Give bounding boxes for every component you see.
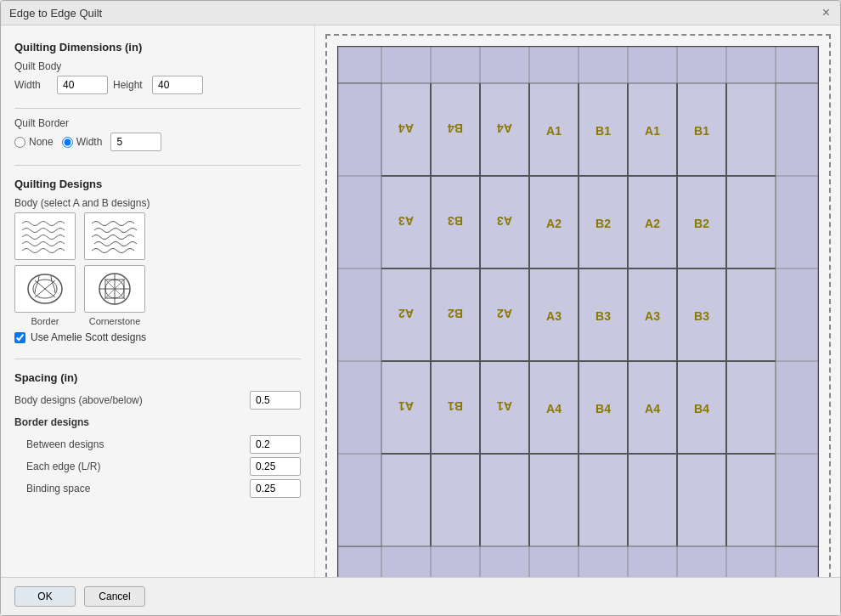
svg-text:A3: A3: [546, 309, 562, 323]
cornerstone-design-label: Cornerstone: [89, 316, 141, 326]
spacing-table: Body designs (above/below) Border design…: [14, 391, 301, 498]
between-designs-input[interactable]: [250, 435, 301, 454]
quilting-dimensions-title: Quilting Dimensions (in): [14, 41, 301, 54]
height-label: Height: [113, 79, 147, 91]
svg-text:A4: A4: [496, 122, 511, 135]
title-bar: Edge to Edge Quilt ×: [1, 1, 840, 25]
amelie-checkbox-row: Use Amelie Scott designs: [14, 331, 301, 343]
svg-text:B4: B4: [595, 402, 611, 415]
svg-text:A3: A3: [645, 309, 660, 323]
dialog-title: Edge to Edge Quilt: [9, 7, 102, 20]
ok-button[interactable]: OK: [14, 586, 76, 607]
spacing-title: Spacing (in): [14, 371, 301, 384]
quilt-svg: A4 B4 A4 A1 B1 A1 B1 A3 B3 A3 A2: [337, 46, 819, 577]
svg-text:A1: A1: [496, 399, 511, 413]
height-input[interactable]: [152, 76, 203, 94]
svg-text:A2: A2: [496, 307, 511, 320]
svg-text:A3: A3: [398, 214, 413, 228]
binding-space-label: Binding space: [26, 483, 245, 494]
body-designs-spacing-input[interactable]: [250, 391, 301, 410]
between-designs-label: Between designs: [26, 438, 245, 450]
quilting-designs-title: Quilting Designs: [14, 178, 301, 190]
width-option-label: Width: [76, 136, 103, 148]
each-edge-label: Each edge (L/R): [26, 461, 245, 472]
border-design-label: Border: [31, 316, 59, 326]
width-radio[interactable]: [62, 137, 73, 148]
svg-text:B3: B3: [595, 309, 611, 323]
svg-text:A4: A4: [546, 402, 562, 415]
left-panel: Quilting Dimensions (in) Quilt Body Widt…: [1, 25, 315, 577]
edge-to-edge-quilt-dialog: Edge to Edge Quilt × Quilting Dimensions…: [0, 0, 841, 616]
quilt-size-row: Width Height: [14, 76, 301, 94]
none-option-label: None: [29, 136, 54, 148]
border-width-input[interactable]: [110, 133, 161, 151]
design-b-thumb[interactable]: [84, 212, 145, 260]
svg-text:A2: A2: [398, 307, 413, 320]
button-row: OK Cancel: [1, 577, 840, 615]
design-a-thumb[interactable]: [14, 212, 76, 260]
cornerstone-design-thumb[interactable]: [84, 265, 145, 313]
cancel-button[interactable]: Cancel: [84, 586, 145, 607]
svg-text:B2: B2: [694, 217, 709, 230]
border-design-thumb[interactable]: [14, 265, 76, 313]
each-edge-input[interactable]: [250, 457, 301, 476]
svg-text:B3: B3: [694, 309, 709, 323]
design-b-item: [84, 212, 145, 260]
svg-text:B4: B4: [694, 402, 709, 415]
quilt-preview: A4 B4 A4 A1 B1 A1 B1 A3 B3 A3 A2: [325, 34, 831, 577]
none-radio[interactable]: [14, 137, 25, 148]
svg-text:B1: B1: [694, 124, 709, 138]
body-designs-spacing-label: Body designs (above/below): [14, 394, 245, 406]
svg-text:A3: A3: [496, 214, 511, 228]
svg-text:A4: A4: [645, 402, 660, 415]
svg-text:B1: B1: [595, 124, 611, 138]
close-button[interactable]: ×: [821, 6, 832, 20]
width-option: Width: [62, 136, 103, 148]
svg-text:B3: B3: [447, 214, 462, 228]
width-input[interactable]: [57, 76, 108, 94]
binding-space-input[interactable]: [250, 479, 301, 498]
border-cornerstone-grid: Border: [14, 265, 301, 326]
binding-space-row: Binding space: [14, 479, 301, 498]
divider1: [14, 108, 301, 109]
body-designs-sublabel: Body (select A and B designs): [14, 197, 301, 209]
design-thumbnails: [14, 212, 301, 260]
between-designs-row: Between designs: [14, 435, 301, 454]
svg-text:B2: B2: [447, 307, 462, 320]
quilt-body-label: Quilt Body: [14, 60, 301, 72]
quilt-grid-area: A4 B4 A4 A1 B1 A1 B1 A3 B3 A3 A2: [337, 46, 819, 577]
border-options-row: None Width: [14, 133, 301, 151]
svg-text:A1: A1: [645, 124, 660, 138]
svg-text:B1: B1: [447, 399, 462, 413]
divider2: [14, 165, 301, 166]
none-option: None: [14, 136, 54, 148]
svg-text:A1: A1: [546, 124, 562, 138]
quilt-border-label: Quilt Border: [14, 117, 301, 129]
body-designs-spacing-row: Body designs (above/below): [14, 391, 301, 410]
amelie-checkbox[interactable]: [14, 332, 25, 343]
svg-text:B2: B2: [595, 217, 611, 230]
svg-text:A2: A2: [645, 217, 660, 230]
each-edge-row: Each edge (L/R): [14, 457, 301, 476]
border-designs-sublabel: Border designs: [14, 416, 301, 428]
dialog-body: Quilting Dimensions (in) Quilt Body Widt…: [1, 25, 840, 577]
svg-rect-32: [337, 83, 381, 546]
svg-text:A4: A4: [398, 122, 413, 135]
design-a-item: [14, 212, 76, 260]
divider3: [14, 359, 301, 359]
cornerstone-design-item: Cornerstone: [84, 265, 145, 326]
svg-text:A1: A1: [398, 399, 413, 413]
right-panel: A4 B4 A4 A1 B1 A1 B1 A3 B3 A3 A2: [315, 25, 840, 577]
amelie-label: Use Amelie Scott designs: [31, 331, 146, 343]
width-label: Width: [14, 79, 52, 91]
border-design-item: Border: [14, 265, 76, 326]
svg-rect-37: [776, 83, 819, 546]
svg-text:B4: B4: [447, 122, 462, 135]
svg-text:A2: A2: [546, 217, 562, 230]
